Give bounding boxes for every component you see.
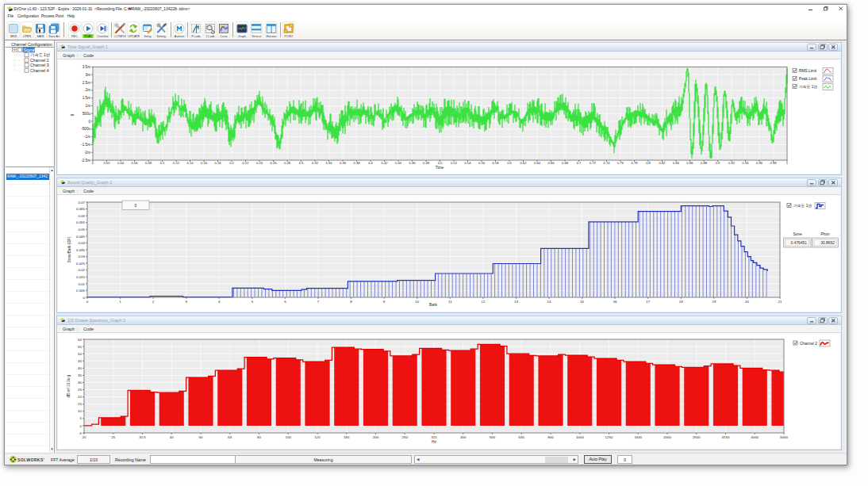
svg-text:Channel 4: Channel 4 — [30, 68, 49, 73]
svg-text:Channel 2: Channel 2 — [30, 58, 49, 63]
svg-text:Signal: Signal — [24, 48, 35, 52]
svg-text:가속도 1번: 가속도 1번 — [30, 52, 50, 57]
svg-text:Channel 3: Channel 3 — [30, 63, 49, 67]
